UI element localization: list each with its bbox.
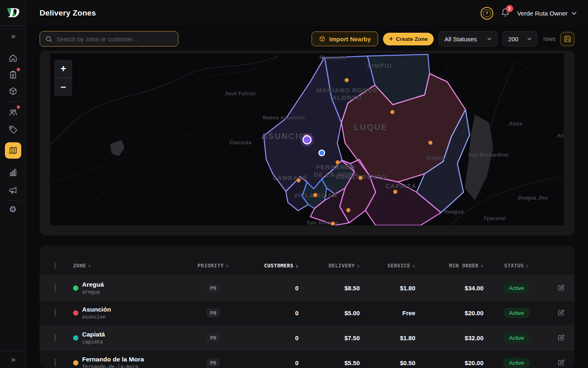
table-row[interactable]: Areguá aregua P0 0 $8.50 $1.80 $34.00 Ac… <box>40 275 575 300</box>
sidebar-item-tags[interactable] <box>0 125 26 134</box>
column-header-customers[interactable]: CUSTOMERS↓ <box>236 263 301 269</box>
zone-marker <box>346 208 351 213</box>
notifications-button[interactable]: 3 <box>501 8 510 19</box>
zone-marker <box>359 176 363 180</box>
sort-icon: ⇅ <box>412 263 415 269</box>
clipboard-icon <box>9 70 18 79</box>
svg-text:FERNANDO: FERNANDO <box>316 164 356 171</box>
selected-zone-marker <box>303 136 311 144</box>
row-checkbox[interactable] <box>55 334 56 341</box>
zone-marker <box>331 222 335 226</box>
priority-badge: P0 <box>207 334 219 342</box>
zoom-in-button[interactable]: + <box>54 60 72 78</box>
edit-zone-button[interactable] <box>547 359 575 366</box>
table-row[interactable]: Asunción asuncion P0 0 $5.00 Free $20.00… <box>40 300 575 325</box>
sidebar-item-products[interactable] <box>0 87 26 96</box>
app-logo[interactable]: D <box>0 3 26 23</box>
table-row[interactable]: Fernando de la Mora fernando-de-la-mora … <box>40 350 575 368</box>
row-checkbox[interactable] <box>55 359 56 366</box>
zone-marker <box>428 141 433 145</box>
svg-text:LAMBARÉ: LAMBARÉ <box>273 174 308 181</box>
map-canvas[interactable]: Remansito LIMPIO MARIANO ROQUE ALONSO Jo… <box>50 53 564 225</box>
column-header-zone[interactable]: ZONE⇅ <box>68 263 191 269</box>
zone-slug: asuncion <box>82 314 111 320</box>
rows-label: rows <box>543 36 555 42</box>
svg-text:ALONSO: ALONSO <box>332 94 362 101</box>
sort-icon: ⇅ <box>357 263 360 269</box>
sidebar-expand-bottom-button[interactable]: » <box>0 355 26 364</box>
tag-icon <box>9 125 18 134</box>
customers-value: 0 <box>236 359 301 366</box>
status-filter-select[interactable]: All Statuses <box>439 31 497 47</box>
svg-text:LUQUE: LUQUE <box>354 123 388 132</box>
zone-color-dot <box>73 335 78 341</box>
home-icon <box>9 54 18 63</box>
sidebar-item-customers[interactable] <box>0 108 26 117</box>
status-badge: Active <box>503 358 530 368</box>
notification-count-badge: 3 <box>506 5 513 12</box>
sidebar-item-zones-active[interactable] <box>5 142 21 159</box>
priority-badge: P0 <box>207 309 219 317</box>
sidebar-item-settings[interactable]: ⚙ <box>0 205 26 214</box>
select-all-checkbox[interactable] <box>55 262 56 269</box>
zoom-out-button[interactable]: − <box>54 78 72 96</box>
divider <box>0 25 26 26</box>
zone-marker <box>393 190 398 194</box>
row-checkbox[interactable] <box>55 309 56 316</box>
svg-text:Itauguá: Itauguá <box>444 209 463 215</box>
sidebar-item-orders[interactable] <box>0 70 26 79</box>
create-zone-button[interactable]: + Create Zone <box>383 33 434 45</box>
svg-text:Remansito: Remansito <box>319 55 347 61</box>
svg-text:Areguá: Areguá <box>426 155 444 161</box>
min-order-value: $32.00 <box>418 334 486 341</box>
user-menu[interactable]: Verde Ruta Owner <box>517 9 577 17</box>
column-header-delivery[interactable]: DELIVERY⇅ <box>301 263 362 269</box>
edit-zone-button[interactable] <box>547 284 575 292</box>
service-fee: $1.80 <box>362 334 418 341</box>
delivery-zones-map[interactable]: Remansito LIMPIO MARIANO ROQUE ALONSO Jo… <box>50 53 564 225</box>
zone-name: Capiatá <box>82 331 105 339</box>
svg-text:Ypacaraí: Ypacaraí <box>483 215 506 221</box>
column-header-min-order[interactable]: MIN ORDER⇅ <box>418 263 486 269</box>
priority-badge: P0 <box>207 359 219 367</box>
divider <box>0 351 26 351</box>
plus-icon: + <box>389 36 393 42</box>
secondary-zone-marker <box>319 150 325 156</box>
search-icon <box>45 36 52 43</box>
min-order-value: $34.00 <box>418 285 486 292</box>
column-header-priority[interactable]: PRIORITY⇅ <box>191 263 236 269</box>
sort-icon: ⇅ <box>481 263 483 269</box>
sidebar-item-marketing[interactable] <box>0 186 26 195</box>
sidebar-expand-button[interactable]: » <box>0 31 26 40</box>
search-input[interactable] <box>56 36 173 43</box>
delivery-fee: $5.50 <box>301 359 362 366</box>
zone-slug: aregua <box>82 289 104 295</box>
column-header-service[interactable]: SERVICE⇅ <box>362 263 418 269</box>
edit-zone-button[interactable] <box>547 309 575 316</box>
page-size-select[interactable]: 200 <box>502 31 537 47</box>
zone-slug: fernando-de-la-mora <box>82 364 144 368</box>
edit-zone-button[interactable] <box>547 334 575 341</box>
column-header-status[interactable]: STATUS⇅ <box>486 263 547 269</box>
table-header-row: ZONE⇅ PRIORITY⇅ CUSTOMERS↓ DELIVERY⇅ SER… <box>40 256 575 275</box>
sort-icon: ⇅ <box>526 263 529 269</box>
table-row[interactable]: Capiatá capiata P0 0 $7.50 $1.80 $32.00 … <box>40 325 575 350</box>
service-fee: $0.50 <box>362 359 418 366</box>
sidebar-item-home[interactable] <box>0 54 26 63</box>
row-checkbox[interactable] <box>55 284 56 292</box>
map-zoom-control: + − <box>54 60 72 96</box>
zone-marker <box>336 160 340 165</box>
map-card: Remansito LIMPIO MARIANO ROQUE ALONSO Jo… <box>40 51 575 236</box>
sidebar-item-analytics[interactable] <box>0 168 26 177</box>
sidebar: D » ⚙ » <box>0 0 26 368</box>
svg-text:Clorinda: Clorinda <box>229 140 252 146</box>
sort-icon: ⇅ <box>226 263 229 269</box>
svg-text:MARIANO ROQUE: MARIANO ROQUE <box>316 87 378 94</box>
orders-notification-dot <box>17 68 20 71</box>
delivery-fee: $5.00 <box>301 310 362 316</box>
svg-text:Nueva Asunción: Nueva Asunción <box>263 115 305 121</box>
question-mark-icon: ? <box>483 9 491 17</box>
save-view-button[interactable] <box>560 32 575 46</box>
help-button[interactable]: ? <box>481 7 493 20</box>
import-nearby-button[interactable]: Import Nearby <box>312 31 378 46</box>
